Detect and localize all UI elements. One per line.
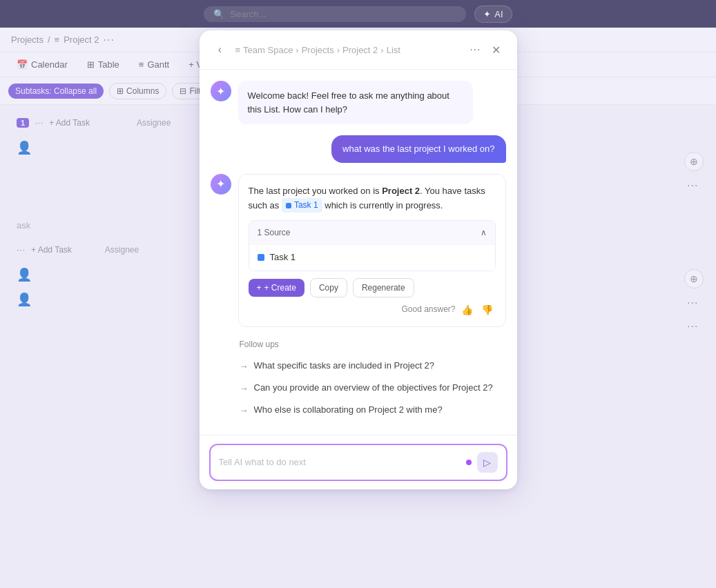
ai-welcome-text: Welcome back! Feel free to ask me anythi… bbox=[248, 90, 449, 115]
ai-welcome-bubble: Welcome back! Feel free to ask me anythi… bbox=[238, 81, 473, 124]
dot-indicator bbox=[466, 460, 472, 465]
panel-header: ‹ ≡ Team Space › Projects › Project 2 › … bbox=[200, 30, 517, 70]
input-wrapper: ▷ bbox=[209, 444, 507, 481]
create-label: + Create bbox=[264, 283, 296, 293]
source-header[interactable]: 1 Source ∧ bbox=[249, 221, 495, 245]
ai-chat-panel: ‹ ≡ Team Space › Projects › Project 2 › … bbox=[200, 30, 517, 489]
source-item-1[interactable]: Task 1 bbox=[249, 245, 495, 271]
input-bar: ▷ bbox=[200, 435, 517, 489]
ai-avatar-2: ✦ bbox=[211, 174, 231, 195]
followup-item-1[interactable]: → What specific tasks are included in Pr… bbox=[240, 355, 506, 377]
panel-project: Project 2 bbox=[342, 45, 378, 55]
ai-avatar-1: ✦ bbox=[211, 81, 231, 101]
response-before: The last project you worked on is bbox=[249, 186, 383, 196]
followup-item-3[interactable]: → Who else is collaborating on Project 2… bbox=[240, 399, 506, 421]
thumbs-down-button[interactable]: 👎 bbox=[478, 303, 496, 317]
panel-projects: Projects bbox=[302, 45, 334, 55]
good-answer-label: Good answer? bbox=[401, 303, 455, 316]
user-bubble: what was the last project I worked on? bbox=[331, 135, 505, 163]
good-answer-section: Good answer? 👍 👎 bbox=[401, 303, 495, 317]
panel-teamspace: Team Space bbox=[243, 45, 293, 55]
send-icon: ▷ bbox=[483, 457, 491, 468]
panel-back-button[interactable]: ‹ bbox=[211, 40, 230, 59]
panel-view: List bbox=[387, 45, 400, 55]
thumbs-up-button[interactable]: 👍 bbox=[458, 303, 476, 317]
ai-response-card: The last project you worked on is Projec… bbox=[238, 174, 506, 327]
panel-header-right: ··· ✕ bbox=[470, 40, 505, 59]
followups-section: Follow ups → What specific tasks are inc… bbox=[238, 337, 506, 424]
arrow-icon-2: → bbox=[240, 383, 249, 393]
followup-item-2[interactable]: → Can you provide an overview of the obj… bbox=[240, 377, 506, 399]
regenerate-button[interactable]: Regenerate bbox=[353, 278, 414, 297]
task-dot-icon bbox=[286, 203, 291, 208]
panel-breadcrumb: ≡ Team Space › Projects › Project 2 › Li… bbox=[235, 45, 400, 55]
regenerate-label: Regenerate bbox=[362, 283, 405, 293]
user-query-text: what was the last project I worked on? bbox=[342, 144, 494, 154]
source-label: 1 Source bbox=[258, 226, 291, 239]
followup-text-3: Who else is collaborating on Project 2 w… bbox=[254, 404, 443, 415]
action-row: + + Create Copy Regenerate Good answer? … bbox=[249, 278, 496, 317]
response-text: The last project you worked on is Projec… bbox=[249, 184, 496, 213]
response-end-text: which is currently in progress. bbox=[325, 200, 443, 210]
task-inline-name: Task 1 bbox=[294, 199, 318, 212]
panel-close-button[interactable]: ✕ bbox=[487, 40, 506, 59]
followup-text-2: Can you provide an overview of the objec… bbox=[254, 382, 493, 393]
response-project-name: Project 2 bbox=[382, 186, 420, 196]
create-button[interactable]: + + Create bbox=[249, 279, 304, 297]
copy-label: Copy bbox=[319, 283, 338, 293]
task-inline-reference[interactable]: Task 1 bbox=[282, 198, 322, 213]
arrow-icon-3: → bbox=[240, 405, 249, 415]
followup-text-1: What specific tasks are included in Proj… bbox=[254, 360, 435, 371]
source-task-dot bbox=[258, 254, 264, 261]
copy-button[interactable]: Copy bbox=[310, 278, 347, 297]
followups-label: Follow ups bbox=[240, 340, 506, 349]
source-accordion: 1 Source ∧ Task 1 bbox=[249, 220, 496, 271]
chevron-up-icon: ∧ bbox=[481, 226, 487, 239]
send-button[interactable]: ▷ bbox=[477, 452, 498, 473]
source-task-name: Task 1 bbox=[270, 251, 296, 265]
chat-area: ✦ Welcome back! Feel free to ask me anyt… bbox=[200, 70, 517, 435]
ai-response-message: ✦ The last project you worked on is Proj… bbox=[211, 174, 506, 424]
create-icon: + bbox=[257, 283, 262, 293]
user-message: what was the last project I worked on? bbox=[211, 135, 506, 163]
ai-sparkle-icon-2: ✦ bbox=[216, 177, 225, 190]
arrow-icon-1: → bbox=[240, 361, 249, 371]
ai-welcome-message: ✦ Welcome back! Feel free to ask me anyt… bbox=[211, 81, 506, 124]
breadcrumb-list-icon: ≡ bbox=[235, 45, 241, 55]
ai-input[interactable] bbox=[219, 457, 461, 467]
panel-dots-menu[interactable]: ··· bbox=[470, 43, 481, 56]
ai-sparkle-icon-1: ✦ bbox=[216, 85, 225, 98]
